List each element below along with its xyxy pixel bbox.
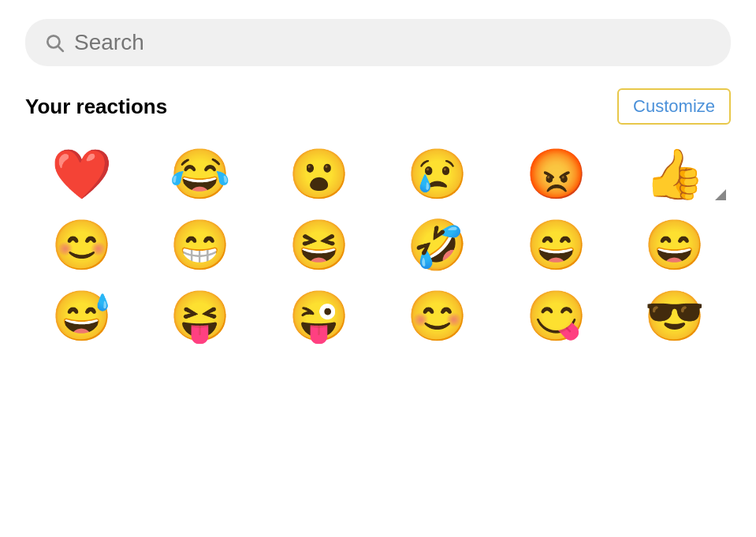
emoji-smiling[interactable]: 😊 bbox=[25, 214, 138, 276]
emoji-laughing[interactable]: 😆 bbox=[263, 214, 375, 276]
emoji-sunglasses[interactable]: 😎 bbox=[619, 285, 732, 347]
emoji-sweat[interactable]: 😅 bbox=[25, 285, 138, 347]
main-container: Your reactions Customize ❤️ 😂 😮 😢 😡 👍 😊 … bbox=[0, 0, 756, 366]
emoji-wow[interactable]: 😮 bbox=[263, 144, 375, 205]
emoji-thumbsup[interactable]: 👍 bbox=[619, 144, 732, 205]
emoji-blush[interactable]: 😊 bbox=[382, 285, 494, 347]
emoji-heart[interactable]: ❤️ bbox=[25, 144, 138, 205]
emoji-sad[interactable]: 😢 bbox=[382, 144, 494, 205]
reactions-title: Your reactions bbox=[25, 95, 167, 119]
search-icon bbox=[44, 32, 65, 53]
corner-triangle-icon bbox=[715, 189, 726, 200]
reactions-header: Your reactions Customize bbox=[25, 88, 731, 125]
emoji-yum[interactable]: 😋 bbox=[500, 285, 613, 347]
emoji-wink-tongue[interactable]: 😜 bbox=[263, 285, 375, 347]
search-bar bbox=[25, 19, 731, 66]
customize-button[interactable]: Customize bbox=[617, 88, 731, 125]
emoji-joy[interactable]: 😂 bbox=[144, 144, 257, 205]
emoji-smile2[interactable]: 😄 bbox=[619, 214, 732, 276]
emoji-smile[interactable]: 😄 bbox=[500, 214, 613, 276]
svg-line-1 bbox=[58, 47, 63, 51]
emoji-rolling[interactable]: 🤣 bbox=[382, 214, 494, 276]
emoji-grid: ❤️ 😂 😮 😢 😡 👍 😊 😁 😆 🤣 😄 😄 😅 😝 😜 😊 😋 😎 bbox=[25, 144, 731, 347]
emoji-squinting[interactable]: 😝 bbox=[144, 285, 257, 347]
search-input[interactable] bbox=[74, 30, 712, 55]
emoji-angry[interactable]: 😡 bbox=[500, 144, 613, 205]
emoji-grinning[interactable]: 😁 bbox=[144, 214, 257, 276]
